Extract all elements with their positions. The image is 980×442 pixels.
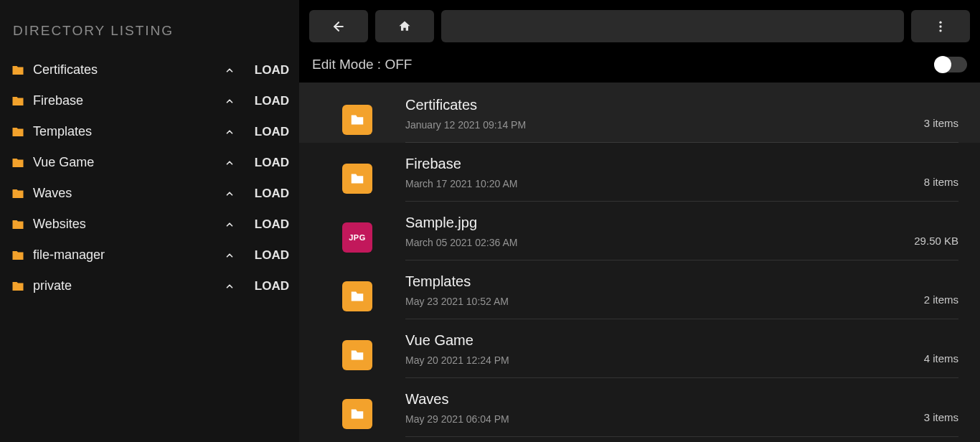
- file-date: January 12 2021 09:14 PM: [405, 119, 924, 131]
- file-row[interactable]: Vue GameMay 20 2021 12:24 PM4 items: [299, 319, 980, 378]
- sidebar: DIRECTORY LISTING CertificatesLOADFireba…: [0, 0, 299, 442]
- load-button[interactable]: LOAD: [255, 217, 289, 232]
- folder-icon: [10, 156, 26, 169]
- folder-icon: [10, 95, 26, 108]
- sidebar-item[interactable]: CertificatesLOAD: [10, 55, 289, 85]
- folder-icon: [10, 280, 26, 293]
- file-row[interactable]: TemplatesMay 23 2021 10:52 AM2 items: [299, 260, 980, 319]
- file-name: Sample.jpg: [405, 215, 914, 231]
- jpg-icon: JPG: [342, 222, 372, 253]
- sidebar-item-label: file-manager: [33, 248, 225, 263]
- file-name: Templates: [405, 273, 924, 290]
- file-meta: 4 items: [924, 352, 958, 366]
- file-row[interactable]: CertificatesJanuary 12 2021 09:14 PM3 it…: [299, 83, 980, 143]
- chevron-up-icon[interactable]: [225, 220, 235, 230]
- toggle-knob: [934, 56, 951, 73]
- home-button[interactable]: [375, 10, 434, 42]
- file-list[interactable]: CertificatesJanuary 12 2021 09:14 PM3 it…: [299, 83, 980, 442]
- chevron-up-icon[interactable]: [225, 281, 235, 291]
- folder-icon: [342, 281, 372, 311]
- sidebar-item[interactable]: WebsitesLOAD: [10, 209, 289, 240]
- sidebar-item-label: Waves: [33, 186, 225, 201]
- load-button[interactable]: LOAD: [255, 248, 289, 263]
- more-button[interactable]: [911, 10, 970, 42]
- sidebar-title: DIRECTORY LISTING: [10, 23, 289, 39]
- sidebar-item-label: Firebase: [33, 93, 225, 108]
- folder-icon: [342, 164, 372, 194]
- chevron-up-icon[interactable]: [225, 96, 235, 106]
- sidebar-item[interactable]: file-managerLOAD: [10, 240, 289, 271]
- load-button[interactable]: LOAD: [255, 94, 289, 108]
- file-name: Waves: [405, 391, 924, 408]
- sidebar-item[interactable]: Vue GameLOAD: [10, 147, 289, 178]
- chevron-up-icon[interactable]: [225, 250, 235, 260]
- file-name: Certificates: [405, 97, 924, 113]
- sidebar-item-label: Vue Game: [33, 155, 225, 170]
- file-date: May 29 2021 06:04 PM: [405, 413, 924, 425]
- file-date: May 23 2021 10:52 AM: [405, 296, 924, 307]
- edit-mode-toggle[interactable]: [934, 57, 967, 72]
- file-meta: 3 items: [924, 411, 958, 425]
- sidebar-item[interactable]: WavesLOAD: [10, 178, 289, 209]
- file-name: Firebase: [405, 156, 924, 172]
- sidebar-item-label: Websites: [33, 217, 225, 232]
- svg-point-3: [939, 29, 941, 32]
- file-date: May 20 2021 12:24 PM: [405, 354, 924, 366]
- load-button[interactable]: LOAD: [255, 279, 289, 293]
- load-button[interactable]: LOAD: [255, 156, 289, 170]
- folder-icon: [10, 218, 26, 231]
- file-date: March 17 2021 10:20 AM: [405, 178, 924, 189]
- folder-icon: [10, 64, 26, 77]
- chevron-up-icon[interactable]: [225, 127, 235, 137]
- file-meta: 2 items: [924, 293, 958, 307]
- folder-icon: [10, 187, 26, 200]
- back-button[interactable]: [309, 10, 368, 42]
- file-meta: 29.50 KB: [914, 235, 958, 248]
- more-vertical-icon: [933, 19, 948, 34]
- load-button[interactable]: LOAD: [255, 187, 289, 201]
- file-row[interactable]: FirebaseMarch 17 2021 10:20 AM8 items: [299, 143, 980, 202]
- arrow-left-icon: [331, 19, 346, 34]
- svg-point-1: [939, 21, 941, 23]
- file-meta: 3 items: [924, 117, 958, 131]
- folder-icon: [342, 340, 372, 370]
- chevron-up-icon[interactable]: [225, 158, 235, 168]
- file-row[interactable]: JPGSample.jpgMarch 05 2021 02:36 AM29.50…: [299, 202, 980, 260]
- load-button[interactable]: LOAD: [255, 125, 289, 139]
- file-row[interactable]: WavesMay 29 2021 06:04 PM3 items: [299, 378, 980, 437]
- sidebar-item[interactable]: TemplatesLOAD: [10, 116, 289, 147]
- file-meta: 8 items: [924, 176, 958, 189]
- folder-icon: [342, 399, 372, 429]
- sidebar-item[interactable]: privateLOAD: [10, 271, 289, 301]
- sidebar-item-label: Templates: [33, 124, 225, 139]
- edit-mode-bar: Edit Mode : OFF: [299, 42, 980, 83]
- edit-mode-label: Edit Mode : OFF: [312, 57, 412, 72]
- folder-icon: [10, 126, 26, 138]
- file-name: Vue Game: [405, 332, 924, 349]
- folder-icon: [10, 249, 26, 262]
- svg-point-2: [939, 25, 941, 27]
- main-panel: Edit Mode : OFF CertificatesJanuary 12 2…: [299, 0, 980, 442]
- path-input[interactable]: [441, 10, 904, 42]
- sidebar-item[interactable]: FirebaseLOAD: [10, 85, 289, 116]
- toolbar: [299, 0, 980, 42]
- chevron-up-icon[interactable]: [225, 189, 235, 199]
- load-button[interactable]: LOAD: [255, 63, 289, 77]
- home-icon: [397, 19, 412, 34]
- sidebar-item-label: private: [33, 278, 225, 293]
- folder-icon: [342, 105, 372, 135]
- sidebar-item-label: Certificates: [33, 62, 225, 77]
- chevron-up-icon[interactable]: [225, 65, 235, 75]
- file-date: March 05 2021 02:36 AM: [405, 237, 914, 248]
